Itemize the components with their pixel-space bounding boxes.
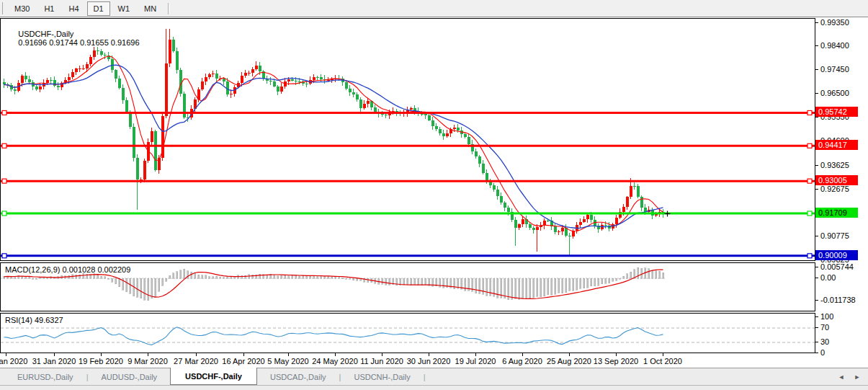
macd-tick-label: 0.005744 bbox=[820, 262, 854, 271]
candle bbox=[111, 56, 114, 72]
macd-tick bbox=[815, 300, 818, 301]
price-tick-label: 0.93625 bbox=[820, 161, 849, 169]
rsi-tick-label: 0 bbox=[820, 348, 825, 357]
date-label: 1 Oct 2020 bbox=[643, 357, 682, 365]
candle bbox=[57, 82, 60, 90]
candle bbox=[431, 117, 434, 130]
date-label: 5 May 2020 bbox=[267, 357, 308, 365]
date-tick bbox=[148, 353, 148, 356]
chart-tab-eurusd[interactable]: EURUSD-,Daily bbox=[4, 368, 86, 385]
chart-tab-usdcad[interactable]: USDCAD-,Daily bbox=[257, 368, 339, 385]
candle bbox=[176, 48, 179, 74]
ma-fast-line bbox=[4, 56, 663, 231]
candle bbox=[504, 201, 506, 211]
price-tick bbox=[815, 189, 818, 190]
timeframe-button-mn[interactable]: MN bbox=[138, 1, 163, 16]
timeframe-button-d1[interactable]: D1 bbox=[87, 1, 110, 16]
chart-tab-usdcnh[interactable]: USDCNH-,Daily bbox=[341, 368, 423, 385]
candle bbox=[637, 184, 640, 198]
candle bbox=[525, 216, 528, 228]
price-tick bbox=[815, 22, 818, 23]
candle bbox=[269, 77, 272, 85]
candle bbox=[39, 83, 42, 92]
rsi-tick bbox=[815, 327, 818, 328]
date-label: 31 Jan 2020 bbox=[32, 357, 76, 365]
candle bbox=[558, 230, 560, 234]
candle bbox=[543, 218, 546, 229]
macd-tick bbox=[815, 278, 818, 278]
date-label: 27 Mar 2020 bbox=[174, 357, 218, 365]
price-level-badge: 0.91709 bbox=[815, 208, 858, 218]
date-label: 25 Aug 2020 bbox=[547, 357, 591, 365]
candle bbox=[32, 80, 35, 90]
candle bbox=[248, 71, 251, 76]
candle bbox=[568, 233, 571, 256]
candle bbox=[482, 160, 485, 174]
candle bbox=[226, 78, 229, 97]
candle bbox=[626, 196, 629, 210]
price-tick-label: 0.98400 bbox=[820, 41, 849, 50]
horizontal-level-line[interactable] bbox=[1, 211, 815, 216]
date-tick bbox=[54, 353, 55, 356]
date-axis[interactable]: 13 Jan 202031 Jan 202019 Feb 20209 Mar 2… bbox=[0, 353, 815, 368]
candle bbox=[359, 97, 362, 112]
candle bbox=[277, 85, 279, 95]
chart-tab-audusd[interactable]: AUDUSD-,Daily bbox=[88, 368, 170, 385]
candle bbox=[435, 123, 438, 131]
trading-terminal-window: M30H1H4D1W1MN USDCHF-,Daily 0.91696 0.91… bbox=[0, 0, 868, 390]
candle bbox=[208, 73, 211, 79]
chart-ohlc-values: 0.91696 0.91744 0.91655 0.91696 bbox=[18, 38, 139, 47]
candle bbox=[169, 29, 171, 67]
toolbar-separator bbox=[168, 3, 169, 14]
price-axis[interactable]: 0.993500.984000.974500.965000.955500.946… bbox=[815, 17, 868, 368]
horizontal-level-line[interactable] bbox=[1, 254, 815, 258]
chart-tab-usdchf[interactable]: USDCHF-,Daily bbox=[170, 368, 257, 385]
candle bbox=[586, 213, 589, 223]
candle bbox=[532, 226, 535, 234]
candle bbox=[143, 159, 146, 182]
rsi-tick-label: 100 bbox=[820, 312, 833, 321]
timeframe-button-h1[interactable]: H1 bbox=[37, 1, 61, 16]
candle bbox=[522, 216, 524, 227]
candle bbox=[640, 195, 643, 211]
timeframe-button-w1[interactable]: W1 bbox=[112, 1, 137, 16]
price-tick bbox=[815, 236, 818, 236]
candle bbox=[89, 55, 92, 66]
candle bbox=[122, 84, 125, 104]
candle bbox=[133, 123, 135, 161]
timeframe-button-m30[interactable]: M30 bbox=[8, 1, 36, 16]
chart-tabs: EURUSD-,Daily|AUDUSD-,DailyUSDCHF-,Daily… bbox=[4, 368, 426, 385]
horizontal-level-line[interactable] bbox=[1, 143, 815, 148]
candle bbox=[442, 130, 445, 140]
date-tick bbox=[6, 353, 6, 356]
rsi-chart bbox=[1, 314, 815, 353]
price-tick bbox=[815, 165, 818, 166]
toolbar-clipped-button[interactable] bbox=[0, 2, 3, 14]
macd-signal-line bbox=[4, 270, 663, 298]
candle bbox=[154, 130, 157, 172]
candle bbox=[233, 85, 236, 97]
date-label: 19 Feb 2020 bbox=[79, 357, 123, 365]
candle bbox=[35, 85, 38, 91]
date-label: 24 May 2020 bbox=[312, 357, 358, 365]
candle bbox=[61, 81, 63, 91]
date-label: 9 Mar 2020 bbox=[127, 357, 168, 365]
chart-title: USDCHF-,Daily 0.91696 0.91744 0.91655 0.… bbox=[5, 21, 140, 56]
date-tick bbox=[569, 353, 570, 356]
candle bbox=[151, 128, 153, 146]
candle bbox=[212, 71, 215, 77]
price-chart-panel[interactable]: USDCHF-,Daily 0.91696 0.91744 0.91655 0.… bbox=[0, 18, 815, 261]
candle bbox=[3, 79, 6, 88]
candle bbox=[352, 89, 355, 97]
candle bbox=[53, 76, 56, 88]
tab-separator: | bbox=[424, 368, 426, 385]
tab-scroll-right-button[interactable]: ► bbox=[852, 373, 862, 381]
rsi-indicator-panel[interactable]: RSI(14) 49.6327 bbox=[0, 313, 815, 353]
tab-scroll-left-button[interactable]: ◄ bbox=[836, 373, 846, 381]
candle bbox=[266, 76, 269, 83]
macd-indicator-panel[interactable]: MACD(12,26,9) 0.001028 0.002209 bbox=[0, 262, 815, 311]
date-tick bbox=[382, 353, 382, 356]
price-level-badge: 0.95742 bbox=[815, 107, 858, 117]
horizontal-level-line[interactable] bbox=[1, 179, 815, 183]
timeframe-button-h4[interactable]: H4 bbox=[62, 1, 85, 16]
